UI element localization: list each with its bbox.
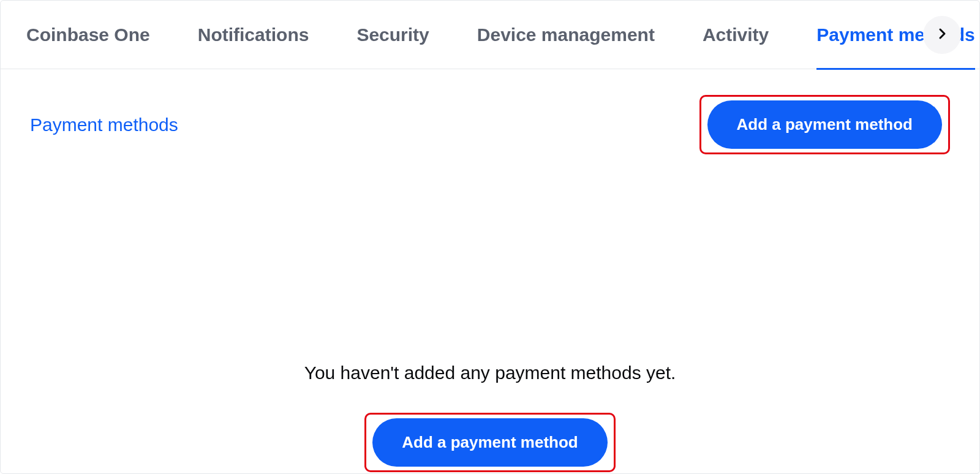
page-container: Coinbase One Notifications Security Devi…: [0, 0, 980, 474]
chevron-right-icon: [935, 26, 949, 43]
empty-state-message: You haven't added any payment methods ye…: [1, 363, 979, 383]
content-header: Payment methods Add a payment method: [1, 69, 979, 154]
tab-coinbase-one[interactable]: Coinbase One: [26, 1, 150, 69]
tab-scroll-right-button[interactable]: [923, 16, 961, 54]
add-payment-method-button-top[interactable]: Add a payment method: [707, 100, 942, 149]
highlight-add-payment-top: Add a payment method: [699, 95, 950, 154]
highlight-add-payment-center: Add a payment method: [364, 413, 615, 472]
tab-security[interactable]: Security: [356, 1, 429, 69]
settings-tab-nav: Coinbase One Notifications Security Devi…: [1, 1, 979, 69]
tab-activity[interactable]: Activity: [703, 1, 769, 69]
add-payment-method-button-center[interactable]: Add a payment method: [372, 418, 607, 467]
section-title: Payment methods: [30, 115, 178, 135]
tab-device-management[interactable]: Device management: [477, 1, 655, 69]
tab-notifications[interactable]: Notifications: [198, 1, 309, 69]
empty-state: You haven't added any payment methods ye…: [1, 363, 979, 472]
